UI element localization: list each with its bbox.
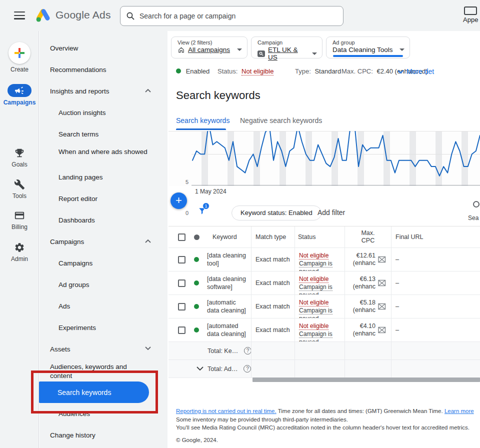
row-checkbox[interactable] — [178, 303, 186, 310]
final-url-cell: – — [392, 295, 480, 318]
status-reason[interactable]: Campaign is paused — [299, 284, 332, 294]
keyword-enabled-dot-icon — [194, 280, 199, 286]
nav-when-where-ads-showed[interactable]: When and where ads showed — [58, 148, 158, 156]
keyword-enabled-dot-icon — [194, 328, 199, 332]
match-type-cell: Exact match — [252, 318, 295, 342]
enabled-label: Enabled — [186, 68, 210, 75]
status-reason[interactable]: Campaign is paused — [299, 330, 332, 342]
rail-item-admin[interactable]: Admin — [0, 242, 39, 262]
rail-item-goals[interactable]: Goals — [0, 147, 39, 168]
appearance-label: Appe — [463, 16, 478, 24]
keyword-text[interactable]: [data cleaning tool] — [207, 252, 247, 268]
rail-item-create[interactable]: Create — [0, 42, 39, 73]
rail-item-tools[interactable]: Tools — [0, 178, 39, 200]
status-not-eligible[interactable]: Not eligible — [299, 252, 328, 260]
horizontal-scrollbar[interactable] — [252, 378, 480, 382]
status-cell: Not eligible Campaign is paused — [295, 318, 345, 342]
gear-icon — [0, 242, 39, 254]
campaign-dropdown[interactable]: Campaign ETL UK & US — [251, 36, 322, 58]
tab-negative-search-keywords[interactable]: Negative search keywords — [240, 116, 322, 124]
help-icon[interactable]: ? — [244, 365, 251, 372]
reporting-delay-link[interactable]: Reporting is not carried out in real tim… — [176, 408, 276, 414]
keyword-status-filter-chip[interactable]: Keyword status: Enabled — [232, 206, 322, 220]
entity-status-bar: Enabled Status: Not eligible Type: Stand… — [168, 66, 480, 78]
col-header-keyword[interactable]: Keyword — [212, 234, 237, 240]
learn-more-link[interactable]: Learn more — [444, 408, 474, 414]
help-icon[interactable]: ? — [244, 347, 252, 354]
max-cpc-label: Max. CPC: — [342, 68, 373, 75]
filter-funnel-icon[interactable]: 1 — [198, 206, 210, 218]
nav-overview[interactable]: Overview — [50, 44, 78, 52]
table-search-icon[interactable] — [473, 201, 480, 208]
final-url-cell: – — [392, 248, 480, 271]
nav-campaigns[interactable]: Campaigns — [58, 260, 92, 267]
row-checkbox[interactable] — [178, 280, 186, 287]
add-keyword-fab[interactable]: + — [170, 192, 187, 209]
status-reason[interactable]: Campaign is paused — [299, 307, 332, 318]
global-search[interactable] — [120, 6, 344, 26]
nav-audiences[interactable]: Audiences — [58, 410, 90, 418]
nav-dashboards[interactable]: Dashboards — [58, 216, 95, 224]
status-not-eligible[interactable]: Not eligible — [299, 299, 328, 306]
nav-search-terms[interactable]: Search terms — [58, 130, 98, 138]
match-type-cell: Exact match — [252, 272, 295, 294]
status-reason[interactable]: Campaign is paused — [299, 260, 332, 271]
nav-ad-groups[interactable]: Ad groups — [58, 281, 90, 288]
nav-campaigns-section[interactable]: Campaigns — [50, 238, 84, 246]
view-filter-label: View (2 filters) — [178, 40, 242, 46]
enabled-dot-icon — [176, 68, 181, 74]
nav-search-keywords-selected[interactable]: Search keywords — [39, 382, 149, 403]
total-adgroup-row: Total: Ad… ? — [168, 360, 480, 378]
campaigns-megaphone-icon[interactable] — [8, 84, 32, 97]
ad-group-dropdown[interactable]: Ad group Data Cleaning Tools — [326, 36, 410, 58]
nav-audiences-section[interactable]: Audiences, keywords and content — [50, 362, 150, 380]
performance-chart[interactable] — [168, 131, 480, 186]
col-header-status[interactable]: Status — [295, 226, 345, 248]
rail-label-goals: Goals — [0, 161, 39, 168]
status-value[interactable]: Not eligible — [242, 68, 274, 76]
status-dot-header-icon[interactable] — [194, 234, 200, 240]
tab-search-keywords[interactable]: Search keywords — [176, 116, 230, 124]
status-not-eligible[interactable]: Not eligible — [299, 276, 328, 283]
select-all-checkbox[interactable] — [178, 234, 186, 241]
add-filter-button[interactable]: Add filter — [318, 208, 345, 216]
appearance-icon[interactable] — [464, 6, 477, 15]
nav-insights-and-reports[interactable]: Insights and reports — [50, 88, 110, 95]
status-field: Status: Not eligible — [218, 68, 274, 75]
nav-auction-insights[interactable]: Auction insights — [58, 109, 106, 116]
nav-assets[interactable]: Assets — [50, 346, 70, 353]
table-row[interactable]: [automatic data cleaning] Exact match No… — [168, 295, 480, 318]
nav-landing-pages[interactable]: Landing pages — [58, 174, 103, 181]
nav-recommendations[interactable]: Recommendations — [50, 66, 106, 74]
menu-icon[interactable] — [14, 12, 25, 20]
line-chart-svg — [168, 131, 480, 186]
col-header-final-url[interactable]: Final URL — [392, 226, 480, 248]
status-not-eligible[interactable]: Not eligible — [299, 322, 328, 330]
keyword-text[interactable]: [data cleaning software] — [207, 275, 247, 291]
y-axis-tick-5: 5 — [182, 179, 188, 185]
col-header-max-cpc[interactable]: Max. CPC — [345, 226, 392, 248]
more-details-button[interactable]: More det — [398, 68, 434, 76]
view-filter-dropdown[interactable]: View (2 filters) All campaigns — [171, 36, 248, 58]
keyword-text[interactable]: [automatic data cleaning] — [207, 298, 247, 314]
nav-experiments[interactable]: Experiments — [58, 324, 96, 332]
keywords-table: Keyword Match type Status Max. CPC Final… — [168, 226, 480, 378]
global-search-input[interactable] — [140, 12, 337, 20]
rail-item-campaigns[interactable]: Campaigns — [0, 84, 39, 106]
nav-ads[interactable]: Ads — [58, 302, 70, 310]
nav-change-history[interactable]: Change history — [50, 432, 96, 439]
col-header-match-type[interactable]: Match type — [252, 226, 295, 248]
table-row[interactable]: [data cleaning tool] Exact match Not eli… — [168, 248, 480, 272]
row-checkbox[interactable] — [178, 326, 186, 334]
bid-strategy-icon — [378, 303, 386, 310]
table-row[interactable]: [automated data cleaning] Exact match No… — [168, 318, 480, 342]
keyword-text[interactable]: [automated data cleaning] — [207, 322, 247, 338]
type-field: Type: Standard — [295, 68, 341, 75]
enabled-status: Enabled — [176, 68, 210, 75]
row-checkbox[interactable] — [178, 256, 186, 264]
chevron-down-icon[interactable] — [196, 366, 204, 371]
create-icon[interactable] — [8, 42, 30, 64]
nav-report-editor[interactable]: Report editor — [58, 195, 98, 202]
rail-item-billing[interactable]: Billing — [0, 210, 39, 230]
table-row[interactable]: [data cleaning software] Exact match Not… — [168, 272, 480, 295]
